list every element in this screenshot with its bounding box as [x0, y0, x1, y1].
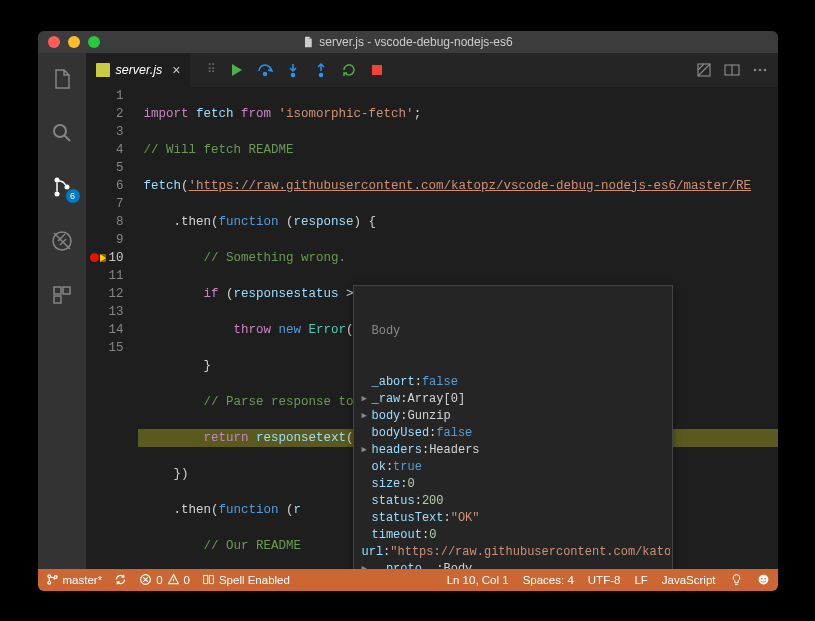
drag-grip-icon[interactable]: ⠿ [207, 62, 217, 77]
line-number: 11 [86, 267, 124, 285]
expand-triangle-icon[interactable]: ▶ [362, 391, 372, 408]
line-number: 1 [86, 87, 124, 105]
debug-toolbar: ⠿ [197, 53, 395, 87]
expand-triangle-icon[interactable]: ▶ [362, 442, 372, 459]
minimize-window-button[interactable] [68, 36, 80, 48]
indentation[interactable]: Spaces: 4 [523, 574, 574, 586]
line-number: 2 [86, 105, 124, 123]
body: 6 server.js × ⠿ [38, 53, 778, 569]
debug-hover-popup[interactable]: Body _abort: false▶_raw: Array[0]▶body: … [353, 285, 673, 569]
hover-row[interactable]: bodyUsed: false [356, 425, 670, 442]
tab-bar: server.js × ⠿ [86, 53, 778, 87]
hover-row[interactable]: statusText: "OK" [356, 510, 670, 527]
line-number: 7 [86, 195, 124, 213]
hover-row[interactable]: url: "https://raw.githubusercontent.com/… [356, 544, 670, 561]
error-count: 0 [156, 574, 162, 586]
continue-button[interactable] [229, 62, 245, 78]
problems[interactable]: 0 0 [139, 573, 190, 586]
tab-serverjs[interactable]: server.js × [86, 53, 192, 87]
titlebar: server.js - vscode-debug-nodejs-es6 [38, 31, 778, 53]
js-file-icon [96, 63, 110, 77]
line-number: 10 [86, 249, 124, 267]
window-title-text: server.js - vscode-debug-nodejs-es6 [319, 35, 512, 49]
hover-row[interactable]: size: 0 [356, 476, 670, 493]
line-number: 15 [86, 339, 124, 357]
debug-icon[interactable] [38, 223, 86, 259]
line-number: 3 [86, 123, 124, 141]
svg-point-19 [47, 581, 50, 584]
cursor-position[interactable]: Ln 10, Col 1 [447, 574, 509, 586]
tab-label: server.js [116, 63, 163, 77]
eol[interactable]: LF [634, 574, 647, 586]
source-control-icon[interactable]: 6 [38, 169, 86, 205]
explorer-icon[interactable] [38, 61, 86, 97]
hover-row[interactable]: ▶_raw: Array[0] [356, 391, 670, 408]
expand-triangle-icon[interactable]: ▶ [362, 408, 372, 425]
split-preview-icon[interactable] [696, 62, 712, 78]
restart-button[interactable] [341, 62, 357, 78]
step-out-button[interactable] [313, 62, 329, 78]
svg-point-17 [763, 68, 766, 71]
git-branch[interactable]: master* [46, 573, 103, 586]
editor-main: server.js × ⠿ [86, 53, 778, 569]
maximize-window-button[interactable] [88, 36, 100, 48]
status-bar: master* 0 0 Spell Enabled Ln 10, Col 1 S… [38, 569, 778, 591]
svg-point-2 [54, 191, 59, 196]
svg-point-9 [264, 72, 267, 75]
svg-point-15 [753, 68, 756, 71]
editor[interactable]: 1 2 3 4 5 6 7 8 9 10 [86, 87, 778, 569]
hover-row[interactable]: ▶body: Gunzip [356, 408, 670, 425]
hover-row[interactable]: ok: true [356, 459, 670, 476]
line-number: 14 [86, 321, 124, 339]
window: server.js - vscode-debug-nodejs-es6 6 [38, 31, 778, 591]
extensions-icon[interactable] [38, 277, 86, 313]
activity-bar: 6 [38, 53, 86, 569]
hover-row[interactable]: status: 200 [356, 493, 670, 510]
svg-point-20 [54, 576, 57, 579]
hover-title: Body [356, 323, 670, 340]
svg-rect-6 [63, 287, 70, 294]
tab-close-icon[interactable]: × [172, 62, 180, 78]
error-icon [139, 573, 152, 586]
source-control-badge: 6 [66, 189, 80, 203]
svg-point-11 [320, 73, 323, 76]
code-area[interactable]: import fetch from 'isomorphic-fetch'; //… [138, 87, 778, 569]
split-editor-icon[interactable] [724, 62, 740, 78]
svg-point-16 [758, 68, 761, 71]
svg-point-0 [54, 125, 66, 137]
lightbulb-icon[interactable] [730, 573, 743, 586]
expand-triangle-icon[interactable]: ▶ [362, 561, 372, 569]
step-into-button[interactable] [285, 62, 301, 78]
line-number: 5 [86, 159, 124, 177]
warning-count: 0 [184, 574, 190, 586]
hover-row[interactable]: ▶headers: Headers [356, 442, 670, 459]
encoding[interactable]: UTF-8 [588, 574, 621, 586]
gutter: 1 2 3 4 5 6 7 8 9 10 [86, 87, 138, 569]
line-number: 9 [86, 231, 124, 249]
svg-rect-7 [54, 296, 61, 303]
step-over-button[interactable] [257, 62, 273, 78]
line-number: 12 [86, 285, 124, 303]
sync-button[interactable] [114, 573, 127, 586]
close-window-button[interactable] [48, 36, 60, 48]
search-icon[interactable] [38, 115, 86, 151]
svg-rect-12 [372, 65, 382, 75]
stop-button[interactable] [369, 62, 385, 78]
book-icon [202, 573, 215, 586]
language-mode[interactable]: JavaScript [662, 574, 716, 586]
line-number: 4 [86, 141, 124, 159]
svg-point-3 [64, 184, 69, 189]
more-actions-icon[interactable] [752, 62, 768, 78]
window-title: server.js - vscode-debug-nodejs-es6 [38, 35, 778, 49]
hover-row[interactable]: timeout: 0 [356, 527, 670, 544]
breakpoint-marker[interactable] [90, 249, 106, 267]
spell-check[interactable]: Spell Enabled [202, 573, 290, 586]
svg-point-10 [292, 73, 295, 76]
breakpoint-icon [90, 253, 99, 262]
editor-actions [696, 53, 778, 87]
git-branch-icon [46, 573, 59, 586]
hover-row[interactable]: ▶__proto__: Body [356, 561, 670, 569]
hover-row[interactable]: _abort: false [356, 374, 670, 391]
svg-rect-8 [96, 63, 110, 77]
feedback-icon[interactable] [757, 573, 770, 586]
